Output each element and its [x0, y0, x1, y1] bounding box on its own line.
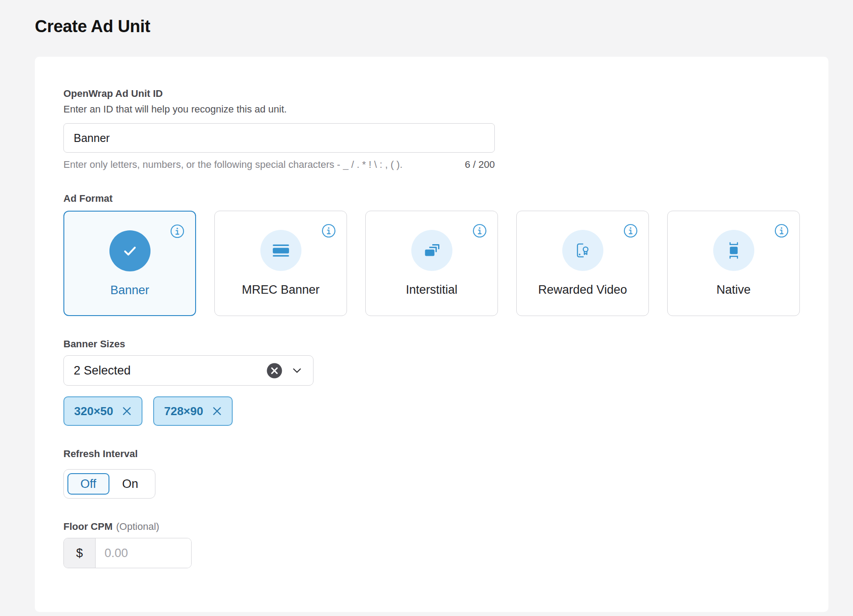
- ad-format-label: Ad Format: [63, 193, 800, 204]
- banner-sizes-label: Banner Sizes: [63, 338, 800, 350]
- form-panel: OpenWrap Ad Unit ID Enter an ID that wil…: [35, 57, 828, 612]
- ad-format-cards: Banner MREC Banner: [63, 211, 800, 316]
- page-title: Create Ad Unit: [35, 17, 853, 36]
- floor-cpm-label: Floor CPM: [63, 521, 113, 533]
- refresh-interval-toggle: Off On: [63, 469, 155, 499]
- refresh-off-button[interactable]: Off: [67, 473, 109, 495]
- remove-chip-icon[interactable]: [212, 406, 222, 416]
- size-chip: 728×90: [153, 396, 232, 426]
- rewarded-video-icon: [562, 230, 603, 271]
- floor-cpm-optional-label: (Optional): [116, 521, 159, 533]
- ad-format-card-interstitial[interactable]: Interstitial: [365, 211, 498, 316]
- currency-prefix: $: [64, 538, 96, 568]
- floor-cpm-input[interactable]: [96, 538, 191, 568]
- ad-format-card-mrec-banner[interactable]: MREC Banner: [214, 211, 347, 316]
- info-icon[interactable]: [774, 224, 789, 238]
- ad-unit-id-input[interactable]: [63, 123, 495, 153]
- ad-unit-id-description: Enter an ID that will help you recognize…: [63, 104, 800, 115]
- interstitial-icon: [411, 230, 452, 271]
- info-icon[interactable]: [170, 224, 184, 238]
- ad-unit-id-section: OpenWrap Ad Unit ID Enter an ID that wil…: [63, 88, 800, 171]
- ad-unit-id-helper: Enter only letters, numbers, or the foll…: [63, 159, 402, 171]
- native-icon: [713, 230, 754, 271]
- banner-sizes-select[interactable]: 2 Selected: [63, 355, 314, 386]
- ad-format-card-label: MREC Banner: [242, 283, 319, 297]
- remove-chip-icon[interactable]: [122, 406, 132, 416]
- size-chip-label: 728×90: [164, 404, 203, 418]
- ad-unit-id-helper-row: Enter only letters, numbers, or the foll…: [63, 159, 495, 171]
- ad-format-card-rewarded-video[interactable]: Rewarded Video: [516, 211, 649, 316]
- info-icon[interactable]: [623, 224, 638, 238]
- create-ad-unit-page: Create Ad Unit OpenWrap Ad Unit ID Enter…: [0, 0, 853, 612]
- size-chip: 320×50: [63, 396, 142, 426]
- ad-format-card-label: Banner: [110, 283, 149, 297]
- ad-format-card-label: Native: [716, 283, 751, 297]
- ad-format-section: Ad Format Banner: [63, 193, 800, 316]
- ad-format-card-banner[interactable]: Banner: [63, 211, 196, 316]
- floor-cpm-input-group: $: [63, 538, 192, 568]
- clear-selection-icon[interactable]: [266, 362, 283, 379]
- ad-format-card-label: Interstitial: [406, 283, 458, 297]
- info-icon[interactable]: [322, 224, 336, 238]
- info-icon[interactable]: [472, 224, 487, 238]
- banner-size-chips: 320×50 728×90: [63, 396, 800, 426]
- refresh-interval-section: Refresh Interval Off On: [63, 448, 800, 499]
- ad-format-card-label: Rewarded Video: [538, 283, 627, 297]
- floor-cpm-label-row: Floor CPM (Optional): [63, 521, 800, 533]
- mrec-banner-icon: [260, 230, 301, 271]
- check-circle-icon: [109, 230, 151, 271]
- refresh-interval-label: Refresh Interval: [63, 448, 800, 460]
- char-counter: 6 / 200: [465, 159, 495, 171]
- floor-cpm-section: Floor CPM (Optional) $: [63, 521, 800, 568]
- banner-sizes-selected-value: 2 Selected: [74, 364, 266, 378]
- refresh-on-button[interactable]: On: [109, 473, 151, 495]
- chevron-down-icon: [291, 364, 303, 377]
- ad-unit-id-label: OpenWrap Ad Unit ID: [63, 88, 800, 100]
- size-chip-label: 320×50: [74, 404, 113, 418]
- ad-format-card-native[interactable]: Native: [667, 211, 800, 316]
- banner-sizes-section: Banner Sizes 2 Selected 320×50: [63, 338, 800, 426]
